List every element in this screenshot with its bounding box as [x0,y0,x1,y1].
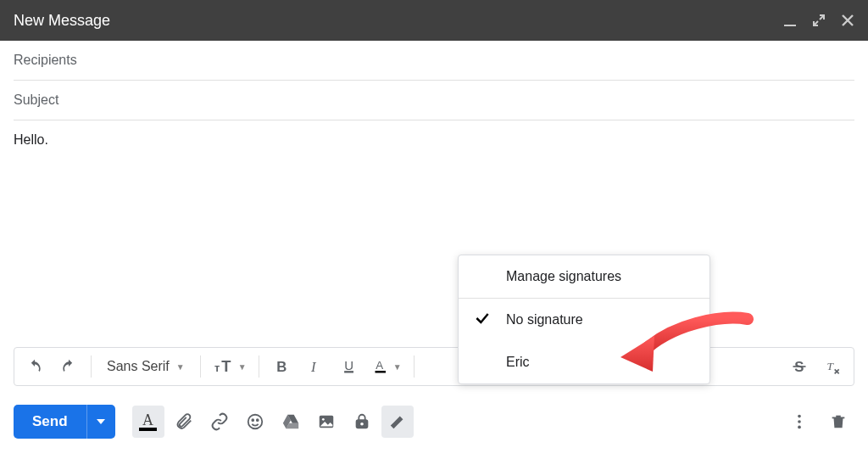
separator [414,355,415,378]
compose-body: Recipients Subject Hello. [0,41,868,282]
svg-text:A: A [376,359,383,372]
strikethrough-button[interactable]: S [784,351,815,382]
expand-icon[interactable] [812,14,826,27]
svg-point-20 [798,420,801,423]
svg-text:T: T [221,357,231,375]
send-button-group: Send [14,405,115,439]
window-title: New Message [14,12,110,30]
svg-rect-0 [784,25,796,26]
confidential-mode-button[interactable] [346,406,378,438]
svg-text:B: B [276,359,287,375]
undo-button[interactable] [19,351,50,382]
separator [259,355,259,378]
clear-formatting-button[interactable]: T [818,351,849,382]
underline-button[interactable]: U [334,351,364,382]
svg-text:т: т [214,361,220,374]
svg-text:I: I [310,359,317,375]
message-body[interactable]: Hello. [14,120,854,282]
svg-rect-10 [793,366,806,367]
compose-toolbar-icons: A [132,406,414,438]
close-icon[interactable] [841,14,854,27]
signature-option-label: No signature [506,312,583,327]
bold-button[interactable]: B [266,351,297,382]
insert-emoji-button[interactable] [239,406,271,438]
manage-signatures-item[interactable]: Manage signatures [459,255,709,299]
window-actions [783,14,854,27]
svg-point-19 [798,415,801,418]
svg-rect-22 [832,417,845,419]
signature-option-label: Eric [506,355,530,369]
compose-titlebar: New Message [0,0,868,41]
svg-text:U: U [344,358,353,372]
text-color-button[interactable]: A ▼ [368,351,407,382]
insert-signature-button[interactable] [381,406,414,438]
insert-link-button[interactable] [203,406,236,438]
svg-point-21 [798,426,801,429]
formatting-toggle-button[interactable]: A [132,406,164,438]
bottom-right-actions [783,406,854,438]
svg-point-16 [322,418,325,421]
check-icon [474,310,491,330]
redo-button[interactable] [53,351,84,382]
formatting-toolbar: Sans Serif ▼ тT ▼ B I U A ▼ S T [14,347,854,386]
svg-rect-8 [375,371,386,373]
svg-text:T: T [827,360,835,372]
recipients-field[interactable]: Recipients [14,41,854,81]
signature-option-none[interactable]: No signature [459,299,709,341]
minimize-icon[interactable] [783,14,797,27]
chevron-down-icon: ▼ [176,362,185,372]
font-family-label: Sans Serif [107,359,170,374]
insert-drive-button[interactable] [275,406,307,438]
bottom-action-bar: Send A [14,403,854,440]
svg-point-12 [248,415,262,429]
separator [200,355,201,378]
subject-field[interactable]: Subject [14,81,854,120]
font-size-button[interactable]: тT ▼ [208,351,252,382]
chevron-down-icon: ▼ [238,362,247,372]
svg-rect-6 [344,372,353,373]
signature-option-eric[interactable]: Eric [459,341,709,383]
font-family-select[interactable]: Sans Serif ▼ [98,359,193,374]
svg-point-13 [252,419,253,421]
more-options-button[interactable] [783,406,815,438]
attach-file-button[interactable] [168,406,200,438]
send-options-button[interactable] [86,405,115,439]
chevron-down-icon: ▼ [393,362,402,372]
signature-menu: Manage signatures No signature Eric [458,255,710,384]
send-button[interactable]: Send [14,405,86,439]
svg-point-14 [256,419,258,421]
insert-photo-button[interactable] [310,406,342,438]
italic-button[interactable]: I [300,351,331,382]
svg-point-18 [360,423,364,426]
separator [91,355,92,378]
discard-draft-button[interactable] [822,406,854,438]
